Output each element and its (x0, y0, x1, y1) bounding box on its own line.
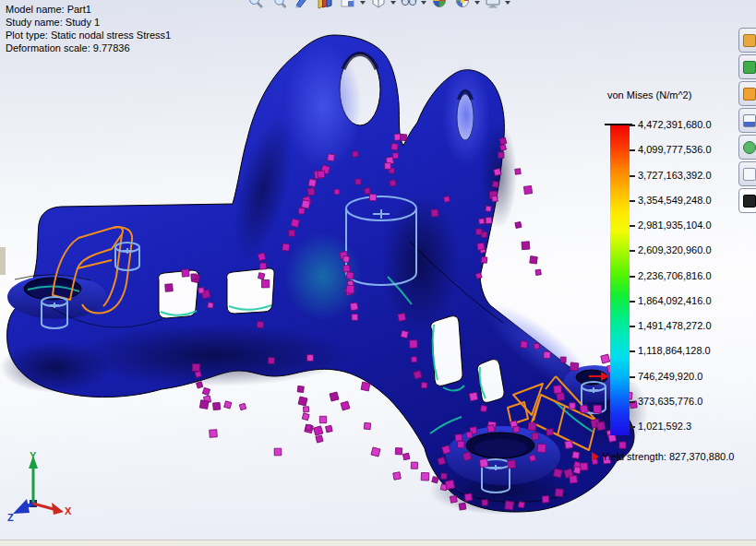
legend-value: 1,118,864,128.0 (638, 345, 711, 356)
legend-value: 3,727,163,392.0 (638, 170, 712, 181)
legend-value: 3,354,549,248.0 (638, 195, 712, 206)
part-body (0, 35, 648, 515)
task-pane-tab-resources[interactable] (738, 28, 756, 53)
view-orientation-dropdown[interactable] (359, 0, 366, 12)
edit-appearance-icon (431, 0, 448, 9)
section-view-button[interactable] (313, 0, 336, 12)
zoom-to-fit-icon (247, 0, 264, 9)
legend-value: 1,021,592.3 (638, 421, 691, 432)
section-view-icon (317, 0, 333, 9)
sheet-icon (743, 114, 756, 127)
triad-x-axis: X (33, 503, 72, 516)
hide-show-items-dropdown[interactable] (420, 0, 427, 12)
zoom-to-area-button[interactable] (267, 0, 290, 12)
task-pane-tab-design-library[interactable] (738, 54, 756, 79)
view-settings-button[interactable] (481, 0, 504, 12)
legend-value: 1,864,092,416.0 (638, 295, 712, 306)
study-name-label: Study name: Study 1 (6, 16, 171, 29)
display-style-dropdown[interactable] (390, 0, 397, 12)
apply-scene-dropdown[interactable] (474, 0, 481, 12)
previous-view-icon (294, 0, 310, 9)
task-pane-tab-active[interactable] (738, 188, 756, 213)
legend-colorbar (610, 125, 630, 435)
display-style-button[interactable] (366, 0, 390, 12)
document-icon (743, 168, 756, 181)
view-settings-icon (485, 0, 501, 9)
svg-text:X: X (65, 505, 72, 516)
clipped-symbol (0, 247, 6, 275)
yield-strength-row: Yield strength: 827,370,880.0 (592, 451, 734, 462)
svg-text:Y: Y (30, 450, 37, 461)
yield-strength-marker-icon (589, 372, 609, 381)
task-pane-tab-appearances[interactable] (738, 135, 756, 160)
hide-show-items-button[interactable] (397, 0, 420, 12)
zoom-to-area-icon (270, 0, 287, 9)
edit-appearance-button[interactable] (427, 0, 450, 12)
sphere-icon (743, 141, 756, 154)
status-strip (0, 540, 756, 546)
legend-value: 2,609,320,960.0 (638, 244, 712, 255)
svg-text:Z: Z (7, 512, 14, 523)
display-style-icon (370, 0, 387, 9)
view-toolbar (244, 0, 511, 12)
legend-value: 373,635,776.0 (638, 396, 702, 407)
legend-value: 746,249,920.0 (638, 371, 702, 382)
legend-value: 4,472,391,680.0 (638, 119, 712, 130)
model-name-label: Model name: Part1 (6, 3, 171, 16)
task-pane-tabs (738, 28, 756, 215)
legend-value: 1,491,478,272.0 (638, 320, 712, 331)
legend-value: 2,236,706,816.0 (638, 270, 712, 281)
view-settings-dropdown[interactable] (504, 0, 511, 12)
folder-icon (743, 88, 756, 101)
pen-icon (743, 195, 756, 208)
books-icon (743, 61, 756, 74)
previous-view-button[interactable] (290, 0, 313, 12)
hide-show-items-icon (401, 0, 417, 9)
view-orientation-button[interactable] (336, 0, 359, 12)
triad-z-axis: Z (7, 499, 33, 523)
orientation-triad: Y X Z (6, 448, 83, 526)
plot-type-label: Plot type: Static nodal stress Stress1 (6, 29, 171, 42)
apply-scene-icon (454, 0, 471, 9)
task-pane-tab-file-explorer[interactable] (738, 81, 756, 106)
view-orientation-icon (340, 0, 356, 9)
legend-value: 2,981,935,104.0 (638, 220, 712, 231)
plot-annotations: Model name: Part1 Study name: Study 1 Pl… (6, 3, 171, 54)
yield-strength-label: Yield strength: 827,370,880.0 (602, 451, 734, 462)
legend-title: von Mises (N/m^2) (607, 89, 691, 101)
zoom-to-fit-button[interactable] (244, 0, 267, 12)
graphics-area: Model name: Part1 Study name: Study 1 Pl… (0, 0, 756, 546)
legend-value: 4,099,777,536.0 (638, 144, 712, 155)
deformation-scale-label: Deformation scale: 9.77836 (6, 42, 171, 54)
home-icon (743, 34, 756, 47)
yield-arrow-icon (592, 452, 599, 461)
apply-scene-button[interactable] (450, 0, 474, 12)
triad-y-axis: Y (29, 450, 38, 504)
task-pane-tab-view-palette[interactable] (738, 108, 756, 133)
task-pane-tab-custom-properties[interactable] (738, 161, 756, 186)
